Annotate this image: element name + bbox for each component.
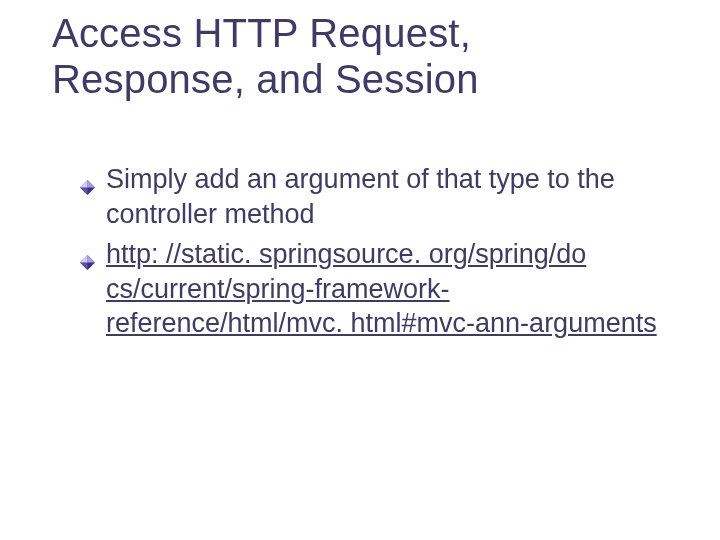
svg-marker-7 — [80, 255, 88, 263]
list-item-text: Simply add an argument of that type to t… — [106, 164, 615, 229]
svg-marker-2 — [80, 188, 88, 196]
diamond-bullet-icon — [80, 169, 95, 184]
link-text[interactable]: http: //static. springsource. org/spring… — [106, 239, 657, 338]
svg-marker-3 — [80, 180, 88, 188]
svg-marker-1 — [88, 180, 96, 188]
list-item: http: //static. springsource. org/spring… — [80, 237, 668, 341]
bullet-list: Simply add an argument of that type to t… — [80, 162, 668, 341]
svg-marker-5 — [88, 255, 96, 263]
svg-marker-6 — [80, 263, 88, 271]
diamond-bullet-icon — [80, 244, 95, 259]
list-item: Simply add an argument of that type to t… — [80, 162, 668, 231]
slide-title: Access HTTP Request, Response, and Sessi… — [52, 10, 668, 102]
